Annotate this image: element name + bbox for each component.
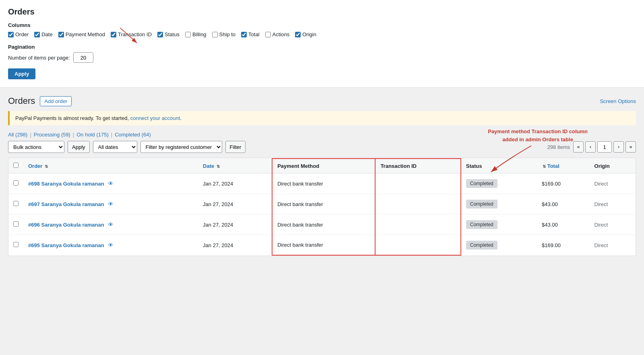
col-transaction-id-checkbox[interactable]: Transaction ID [111, 31, 152, 37]
td-payment-696: Direct bank transfer [272, 215, 375, 235]
filter-button[interactable]: Filter [225, 141, 246, 153]
pag-prev-button[interactable]: ‹ [585, 141, 596, 153]
td-total-697: $43.00 [537, 194, 589, 215]
th-select-all [8, 159, 23, 173]
columns-label: Columns [8, 22, 636, 28]
view-icon-697[interactable]: 👁 [108, 201, 114, 207]
tab-on-hold[interactable]: On hold (175) [76, 132, 109, 138]
table-header-row: Order ⇅ Date ⇅ Payment Method Transactio… [8, 159, 636, 173]
td-status-698: Completed [461, 173, 537, 194]
td-payment-695: Direct bank transfer [272, 235, 375, 256]
col-payment-method-checkbox[interactable]: Payment Method [58, 31, 105, 37]
tab-all[interactable]: All (298) [8, 132, 27, 138]
td-date-695: Jan 27, 2024 [198, 235, 272, 256]
row-checkbox-695[interactable] [13, 242, 19, 247]
pagination-section: Pagination Number of items per page: [8, 44, 636, 63]
select-all-checkbox[interactable] [13, 163, 19, 168]
td-transaction-695 [375, 235, 460, 256]
order-link-698[interactable]: #698 Saranya Gokula ramanan [28, 181, 104, 187]
status-badge-696: Completed [466, 220, 497, 229]
td-total-698: $169.00 [537, 173, 589, 194]
td-date-697: Jan 27, 2024 [198, 194, 272, 215]
columns-row: Order Date Payment Method Transaction ID… [8, 31, 636, 37]
order-link-696[interactable]: #696 Saranya Gokula ramanan [28, 222, 104, 228]
items-count: 298 items [547, 144, 570, 150]
tabs-row: All (298) | Processing (59) | On hold (1… [8, 132, 636, 138]
td-order-697: #697 Saranya Gokula ramanan 👁 [23, 194, 198, 215]
pag-last-button[interactable]: » [625, 141, 636, 153]
td-origin-697: Direct [590, 194, 636, 215]
screen-options-button[interactable]: Screen Options [600, 98, 636, 104]
pag-first-button[interactable]: « [573, 141, 584, 153]
col-origin-checkbox[interactable]: Origin [295, 31, 316, 37]
th-status: Status [461, 159, 537, 173]
th-origin: Origin [590, 159, 636, 173]
sort-arrows-order: ⇅ [45, 164, 48, 169]
col-total-checkbox[interactable]: Total [241, 31, 259, 37]
td-transaction-696 [375, 215, 460, 235]
col-date-checkbox[interactable]: Date [34, 31, 52, 37]
th-date[interactable]: Date ⇅ [198, 159, 272, 173]
view-icon-696[interactable]: 👁 [108, 221, 114, 228]
td-checkbox-698 [8, 173, 23, 194]
td-date-698: Jan 27, 2024 [198, 173, 272, 194]
td-order-698: #698 Saranya Gokula ramanan 👁 [23, 173, 198, 194]
th-total[interactable]: ⇅ Total [537, 159, 589, 173]
apply-button-top[interactable]: Apply [8, 68, 35, 79]
td-transaction-698 [375, 173, 460, 194]
td-order-696: #696 Saranya Gokula ramanan 👁 [23, 215, 198, 235]
items-per-page-input[interactable] [73, 52, 93, 63]
pagination-right: 298 items « ‹ › » [547, 141, 636, 153]
col-shipto-checkbox[interactable]: Ship to [212, 31, 235, 37]
notice-suffix: . [180, 115, 182, 121]
td-transaction-697 [375, 194, 460, 215]
apply-filter-button[interactable]: Apply [68, 141, 90, 153]
col-order-checkbox[interactable]: Order [8, 31, 29, 37]
col-billing-checkbox[interactable]: Billing [185, 31, 206, 37]
screen-options-panel: Orders Columns Order Date Payment Method [0, 0, 644, 88]
row-checkbox-697[interactable] [13, 201, 19, 206]
row-checkbox-698[interactable] [13, 180, 19, 186]
page-number-input[interactable] [597, 141, 612, 153]
add-order-button[interactable]: Add order [40, 96, 72, 106]
td-status-696: Completed [461, 215, 537, 235]
filters-section: Payment method Transaction ID column add… [8, 132, 636, 256]
td-order-695: #695 Saranya Gokula ramanan 👁 [23, 235, 198, 256]
orders-header: Orders Add order Screen Options [8, 96, 636, 106]
connect-account-link[interactable]: connect your account [130, 115, 180, 121]
sort-arrows-total: ⇅ [543, 164, 546, 169]
td-checkbox-697 [8, 194, 23, 215]
tab-completed[interactable]: Completed (64) [115, 132, 151, 138]
td-status-697: Completed [461, 194, 537, 215]
row-checkbox-696[interactable] [13, 221, 19, 227]
table-row: #697 Saranya Gokula ramanan 👁 Jan 27, 20… [8, 194, 636, 215]
orders-table: Order ⇅ Date ⇅ Payment Method Transactio… [8, 158, 636, 256]
td-origin-695: Direct [590, 235, 636, 256]
notice-text: PayPal Payments is almost ready. To get … [15, 115, 129, 121]
td-date-696: Jan 27, 2024 [198, 215, 272, 235]
pag-next-button[interactable]: › [613, 141, 624, 153]
td-checkbox-695 [8, 235, 23, 256]
th-order[interactable]: Order ⇅ [23, 159, 198, 173]
col-status-checkbox[interactable]: Status [157, 31, 180, 37]
customer-filter-select[interactable]: Filter by registered customer [140, 141, 222, 153]
orders-table-body: #698 Saranya Gokula ramanan 👁 Jan 27, 20… [8, 173, 636, 256]
view-icon-698[interactable]: 👁 [108, 180, 114, 187]
status-badge-695: Completed [466, 241, 497, 250]
td-origin-696: Direct [590, 215, 636, 235]
status-badge-698: Completed [466, 179, 497, 188]
orders-page: Orders Add order Screen Options PayPal P… [0, 88, 644, 256]
th-payment-method: Payment Method [272, 159, 375, 173]
td-checkbox-696 [8, 215, 23, 235]
screen-options-title: Orders [8, 7, 636, 17]
order-link-697[interactable]: #697 Saranya Gokula ramanan [28, 201, 104, 207]
order-link-695[interactable]: #695 Saranya Gokula ramanan [28, 242, 104, 248]
orders-page-title: Orders [8, 96, 35, 106]
all-dates-select[interactable]: All dates [93, 141, 137, 153]
view-icon-695[interactable]: 👁 [108, 242, 114, 248]
items-per-page-label: Number of items per page: [8, 55, 70, 61]
bulk-actions-select[interactable]: Bulk actions [8, 141, 64, 153]
col-actions-checkbox[interactable]: Actions [265, 31, 290, 37]
tab-processing[interactable]: Processing (59) [34, 132, 70, 138]
td-total-695: $169.00 [537, 235, 589, 256]
